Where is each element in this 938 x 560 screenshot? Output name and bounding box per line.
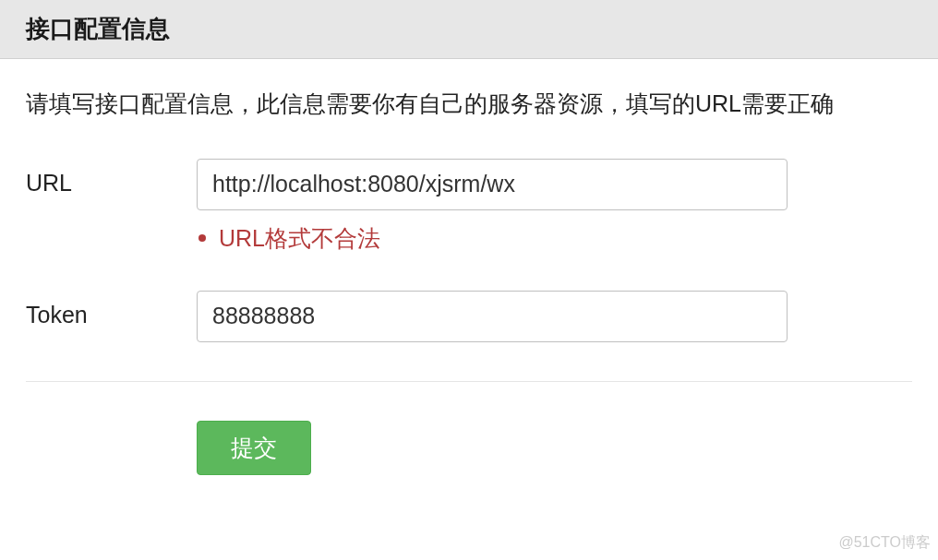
submit-button[interactable]: 提交 [197,421,311,475]
header-bar: 接口配置信息 [0,0,938,59]
page-title: 接口配置信息 [26,13,912,45]
token-input[interactable] [197,291,788,342]
submit-row: 提交 [26,421,912,475]
error-bullet-icon [198,234,206,242]
divider [26,381,912,382]
url-error: URL格式不合法 [197,223,912,254]
url-row: URL URL格式不合法 [26,159,912,254]
token-field-wrap [197,291,912,342]
url-label: URL [26,159,197,197]
url-error-text: URL格式不合法 [219,223,380,254]
content-area: 请填写接口配置信息，此信息需要你有自己的服务器资源，填写的URL需要正确 URL… [0,59,938,475]
url-input[interactable] [197,159,788,210]
url-field-wrap: URL格式不合法 [197,159,912,254]
watermark: @51CTO博客 [838,533,931,553]
instructions-text: 请填写接口配置信息，此信息需要你有自己的服务器资源，填写的URL需要正确 [26,87,912,122]
token-label: Token [26,291,197,328]
token-row: Token [26,291,912,342]
